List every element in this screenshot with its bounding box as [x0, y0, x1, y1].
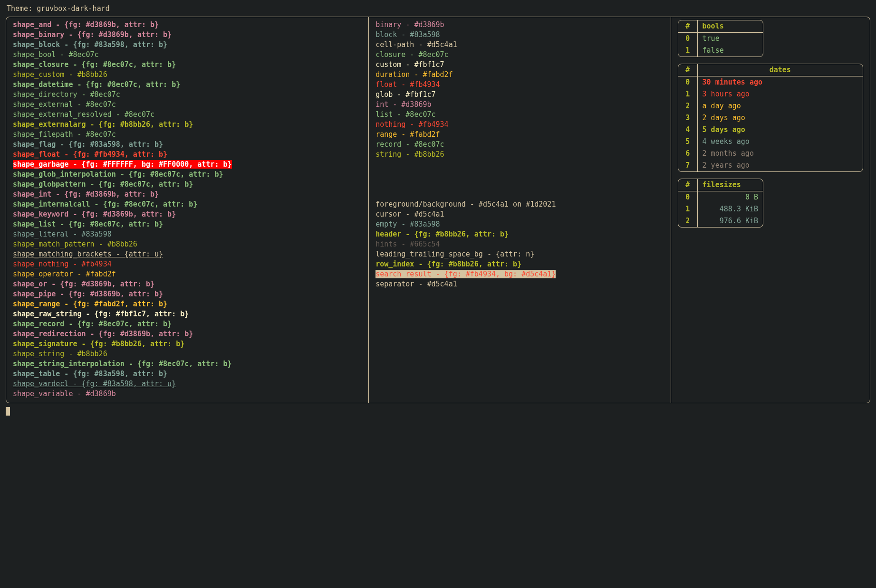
style-entry: int - #d3869b — [375, 100, 431, 109]
style-entry: block - #83a598 — [375, 30, 440, 39]
style-entry: empty - #83a598 — [375, 220, 440, 228]
mini-table: #bools0true1false — [678, 20, 763, 57]
style-entry: shape_int - {fg: #d3869b, attr: b} — [13, 190, 159, 199]
style-entry: shape_externalarg - {fg: #b8bb26, attr: … — [13, 120, 193, 129]
style-entry: shape_nothing - #fb4934 — [13, 260, 112, 268]
style-entry: glob - #fbf1c7 — [375, 90, 435, 99]
shapes-column: shape_and - {fg: #d3869b, attr: b}shape_… — [6, 17, 369, 403]
style-entry: shape_match_pattern - #b8bb26 — [13, 240, 137, 248]
style-entry: closure - #8ec07c — [375, 50, 449, 59]
style-entry: shape_string_interpolation - {fg: #8ec07… — [13, 360, 232, 368]
style-entry: float - #fb4934 — [375, 80, 440, 89]
style-entry: shape_list - {fg: #8ec07c, attr: b} — [13, 220, 163, 228]
theme-title: Theme: gruvbox-dark-hard — [6, 4, 870, 14]
prompt-cursor[interactable] — [6, 407, 10, 416]
style-entry: cell-path - #d5c4a1 — [375, 40, 457, 49]
style-entry: duration - #fabd2f — [375, 70, 453, 79]
style-entry: shape_internalcall - {fg: #8ec07c, attr:… — [13, 200, 197, 209]
style-entry: shape_garbage - {fg: #FFFFFF, bg: #FF000… — [13, 160, 232, 169]
style-entry: separator - #d5c4a1 — [375, 280, 457, 288]
mini-table: #dates030 minutes ago13 hours ago2a day … — [678, 64, 863, 172]
style-entry: shape_globpattern - {fg: #8ec07c, attr: … — [13, 180, 193, 189]
style-entry: shape_closure - {fg: #8ec07c, attr: b} — [13, 60, 176, 69]
style-entry: shape_table - {fg: #83a598, attr: b} — [13, 370, 167, 378]
style-entry: shape_or - {fg: #d3869b, attr: b} — [13, 280, 154, 288]
style-entry: shape_keyword - {fg: #d3869b, attr: b} — [13, 210, 176, 218]
style-entry: shape_bool - #8ec07c — [13, 50, 99, 59]
style-entry: shape_and - {fg: #d3869b, attr: b} — [13, 20, 159, 29]
mini-table: #filesizes00 B1488.3 KiB2976.6 KiB — [678, 179, 763, 228]
style-entry: shape_glob_interpolation - {fg: #8ec07c,… — [13, 170, 223, 179]
style-entry: cursor - #d5c4a1 — [375, 210, 444, 218]
style-entry: shape_external - #8ec07c — [13, 100, 116, 109]
style-entry: leading_trailing_space_bg - {attr: n} — [375, 250, 534, 258]
style-entry: shape_range - {fg: #fabd2f, attr: b} — [13, 300, 167, 308]
style-entry: shape_flag - {fg: #83a598, attr: b} — [13, 140, 163, 149]
style-entry: search_result - {fg: #fb4934, bg: #d5c4a… — [375, 270, 556, 278]
style-entry: shape_datetime - {fg: #8ec07c, attr: b} — [13, 80, 180, 89]
style-entry: shape_external_resolved - #8ec07c — [13, 110, 154, 119]
style-entry: row_index - {fg: #b8bb26, attr: b} — [375, 260, 521, 268]
style-entry: shape_matching_brackets - {attr: u} — [13, 250, 163, 258]
style-entry: shape_filepath - #8ec07c — [13, 130, 116, 139]
style-entry: shape_redirection - {fg: #d3869b, attr: … — [13, 330, 193, 338]
style-entry: foreground/background - #d5c4a1 on #1d20… — [375, 200, 556, 209]
theme-preview-box: shape_and - {fg: #d3869b, attr: b}shape_… — [6, 17, 870, 403]
style-entry: header - {fg: #b8bb26, attr: b} — [375, 230, 509, 238]
style-entry: shape_vardecl - {fg: #83a598, attr: u} — [13, 379, 176, 388]
style-entry: range - #fabd2f — [375, 130, 440, 139]
style-entry: shape_signature - {fg: #b8bb26, attr: b} — [13, 340, 184, 348]
style-entry: shape_custom - #b8bb26 — [13, 70, 107, 79]
style-entry: hints - #665c54 — [375, 240, 440, 248]
style-entry: shape_binary - {fg: #d3869b, attr: b} — [13, 30, 172, 39]
style-entry: shape_directory - #8ec07c — [13, 90, 120, 99]
style-entry: binary - #d3869b — [375, 20, 444, 29]
style-entry: shape_float - {fg: #fb4934, attr: b} — [13, 150, 167, 159]
style-entry: shape_literal - #83a598 — [13, 230, 112, 238]
style-entry: custom - #fbf1c7 — [375, 60, 444, 69]
tables-column: #bools0true1false#dates030 minutes ago13… — [671, 17, 870, 403]
style-entry: list - #8ec07c — [375, 110, 435, 119]
style-entry: record - #8ec07c — [375, 140, 444, 149]
style-entry: shape_record - {fg: #8ec07c, attr: b} — [13, 320, 172, 328]
style-entry: shape_operator - #fabd2f — [13, 270, 116, 278]
style-entry: shape_pipe - {fg: #d3869b, attr: b} — [13, 290, 163, 298]
style-entry: shape_string - #b8bb26 — [13, 350, 107, 358]
style-entry: shape_variable - #d3869b — [13, 389, 116, 398]
style-entry: shape_block - {fg: #83a598, attr: b} — [13, 40, 167, 49]
types-misc-column: binary - #d3869bblock - #83a598cell-path… — [369, 17, 671, 403]
style-entry: shape_raw_string - {fg: #fbf1c7, attr: b… — [13, 310, 189, 318]
style-entry: nothing - #fb4934 — [375, 120, 449, 129]
style-entry: string - #b8bb26 — [375, 150, 444, 159]
